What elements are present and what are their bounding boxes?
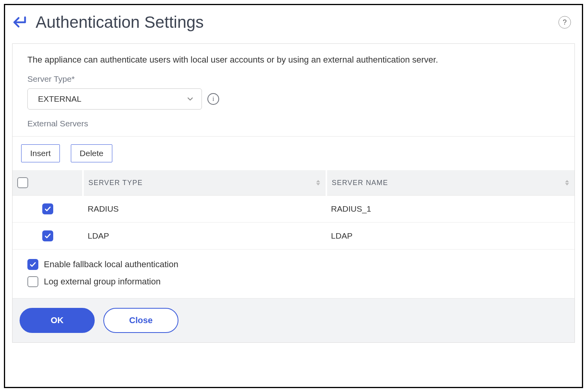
sort-icon [565, 180, 569, 185]
dialog-frame: Authentication Settings ? The appliance … [4, 4, 583, 388]
settings-panel: The appliance can authenticate users wit… [12, 43, 575, 343]
servers-table: SERVER TYPE SERVER NAME [13, 170, 574, 250]
row-checkbox[interactable] [42, 230, 53, 241]
column-header-select [13, 170, 83, 196]
panel-content: The appliance can authenticate users wit… [13, 44, 574, 136]
info-icon[interactable]: i [207, 93, 219, 105]
log-group-label: Log external group information [44, 277, 160, 287]
fallback-option[interactable]: Enable fallback local authentication [27, 256, 560, 273]
back-icon[interactable] [12, 14, 29, 31]
description-text: The appliance can authenticate users wit… [27, 55, 560, 65]
help-icon[interactable]: ? [558, 16, 571, 29]
table-toolbar: Insert Delete [13, 136, 574, 170]
cell-server-type: RADIUS [83, 196, 326, 223]
table-row[interactable]: RADIUS RADIUS_1 [13, 196, 574, 223]
svg-marker-1 [316, 183, 320, 185]
svg-marker-0 [316, 180, 320, 182]
svg-marker-3 [565, 183, 569, 185]
column-header-type[interactable]: SERVER TYPE [83, 170, 326, 196]
cell-server-type: LDAP [83, 223, 326, 250]
row-checkbox[interactable] [42, 203, 53, 214]
svg-marker-2 [565, 180, 569, 182]
log-group-option[interactable]: Log external group information [27, 273, 560, 290]
options-section: Enable fallback local authentication Log… [13, 250, 574, 298]
server-type-row: EXTERNAL i [27, 88, 560, 110]
delete-button[interactable]: Delete [71, 144, 113, 162]
close-button[interactable]: Close [103, 308, 178, 333]
insert-button[interactable]: Insert [21, 144, 60, 162]
server-type-select[interactable]: EXTERNAL [27, 88, 202, 110]
column-header-name[interactable]: SERVER NAME [326, 170, 574, 196]
server-type-value: EXTERNAL [38, 94, 81, 104]
log-group-checkbox[interactable] [27, 276, 38, 287]
chevron-down-icon [186, 95, 194, 103]
server-type-label: Server Type* [27, 74, 560, 84]
header: Authentication Settings ? [12, 13, 575, 32]
select-all-checkbox[interactable] [17, 177, 28, 188]
fallback-checkbox[interactable] [27, 259, 38, 270]
dialog-footer: OK Close [13, 298, 574, 342]
cell-server-name: LDAP [326, 223, 574, 250]
table-row[interactable]: LDAP LDAP [13, 223, 574, 250]
ok-button[interactable]: OK [20, 308, 95, 333]
sort-icon [316, 180, 320, 185]
page-title: Authentication Settings [36, 13, 552, 32]
fallback-label: Enable fallback local authentication [44, 259, 178, 270]
external-servers-label: External Servers [27, 119, 560, 128]
cell-server-name: RADIUS_1 [326, 196, 574, 223]
